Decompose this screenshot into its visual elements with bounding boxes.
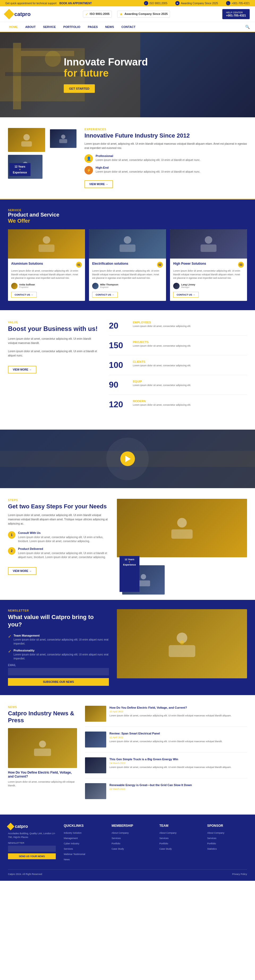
footer-link[interactable]: Management: [64, 837, 78, 840]
footer-link-item: Services: [207, 836, 247, 840]
service1-title: Aluminium Solutions: [11, 262, 43, 266]
steps-view-more-button[interactable]: VIEW MORE: [8, 567, 36, 575]
steps-section: STEPS Get two Easy Steps For your Needs …: [0, 488, 255, 600]
news-item-title-2: Review: Span Smart Electrical Panel: [109, 732, 247, 735]
nav-about[interactable]: ABOUT: [22, 22, 39, 32]
steps-title: Get two Easy Steps For your Needs: [8, 503, 109, 510]
service2-title: Electrification solutions: [92, 262, 128, 266]
footer-logo[interactable]: catpro: [8, 824, 56, 829]
footer-link[interactable]: Portfolio: [207, 842, 216, 845]
services-subtitle: We Offer: [8, 218, 30, 224]
service3-person-role: Manager: [181, 286, 195, 288]
footer-link[interactable]: Services: [64, 848, 73, 850]
footer-quicklinks-title: QUICKLINKS: [64, 824, 104, 827]
footer-link[interactable]: Statistics: [207, 848, 217, 850]
nav-contact[interactable]: CONTACT: [118, 22, 139, 32]
service-card-1: Aluminium Solutions 01 Lorem ipsum dolor…: [8, 229, 85, 301]
footer-link[interactable]: About Company: [112, 832, 129, 834]
footer-link[interactable]: Case Study: [159, 848, 172, 850]
footer-submit-button[interactable]: SEND US YOUR NEWS: [8, 853, 56, 859]
footer-link[interactable]: Services: [207, 837, 217, 840]
svg-rect-26: [169, 645, 195, 657]
service3-person: Lang Linney Manager: [173, 283, 244, 289]
footer-link[interactable]: Cyber Industry: [64, 842, 79, 845]
nl-email-input[interactable]: [8, 668, 109, 675]
footer-nl-label: NEWSLETTER: [8, 842, 56, 844]
steps-main-image: [117, 499, 247, 557]
book-btn[interactable]: BOOK AN APPOINTMENT: [60, 2, 92, 5]
stat-projects-desc: Lorem ipsum dolor sit amet, consectetur …: [133, 344, 191, 348]
news-right: How Do You Define Electric Field, Voltag…: [85, 706, 247, 804]
newsletter-right: [117, 609, 247, 686]
footer-link[interactable]: About Company: [207, 832, 225, 834]
badge-exp: Experience: [13, 171, 27, 174]
footer-link[interactable]: Webinar Testimonial: [64, 853, 85, 856]
news-item-date-4: 22 March 2022: [109, 788, 247, 790]
phone-number: +001-705-4321: [231, 2, 250, 5]
about-img-secondary: [50, 129, 76, 148]
hero-title-line2: for future: [64, 68, 109, 79]
stat-equip: 90 EQUIP Lorem ipsum dolor sit amet, con…: [109, 380, 247, 395]
stat-equip-desc: Lorem ipsum dolor sit amet, consectetur …: [133, 383, 191, 387]
footer-link[interactable]: Case Study: [112, 848, 124, 850]
footer-policy: Privacy Policy: [232, 873, 247, 875]
news-item-desc-3: Lorem ipsum dolor sit amet, consectetur …: [109, 765, 247, 769]
footer-link[interactable]: Portfolio: [159, 842, 168, 845]
nl-feature2-title: Professionality: [14, 649, 109, 652]
nav-service[interactable]: SERVICE: [39, 22, 60, 32]
service1-contact-button[interactable]: CONTACT US: [11, 292, 36, 298]
iso-icon: ✓: [85, 12, 89, 16]
step2-title: Product Delivered: [18, 547, 109, 550]
stats-view-more-button[interactable]: VIEW MORE: [8, 366, 36, 374]
search-icon[interactable]: 🔍: [245, 25, 250, 29]
svg-rect-9: [59, 139, 67, 143]
svg-rect-15: [120, 245, 135, 252]
hero-cta-button[interactable]: GET STARTED: [64, 84, 95, 93]
nav-portfolio[interactable]: PORTFOLIO: [60, 22, 84, 32]
service3-num: 03: [238, 262, 244, 267]
service3-contact-button[interactable]: CONTACT US: [173, 292, 199, 298]
service3-desc: Lorem ipsum dolor sit amet, consectetur …: [173, 269, 244, 280]
footer-membership-list: About Company Services Portfolio Case St…: [112, 831, 151, 850]
svg-point-16: [205, 236, 212, 244]
newsletter-feature-1: ✓ Team Management Lorem ipsum dolor sit …: [8, 634, 109, 646]
footer-link-item: Webinar Testimonial: [64, 852, 104, 856]
footer-link[interactable]: News: [64, 858, 70, 861]
footer-sponsor-title: SPONSOR: [207, 824, 247, 827]
cert-iso: ✓ ISO 9001:2005: [83, 11, 112, 18]
header-phone[interactable]: HELP CENTER +001-705-4321: [222, 9, 250, 19]
nav-home[interactable]: HOME: [5, 22, 22, 32]
steps-tag: STEPS: [8, 499, 109, 502]
about-experience-badge: 12 Years + Experience: [9, 163, 30, 176]
news-section: NEWS Catpro Industry News & Press How Do…: [0, 695, 255, 815]
footer-link[interactable]: About Company: [159, 832, 177, 834]
services-section: SERVICE Product and Service We Offer Alu…: [0, 199, 255, 310]
nl-subscribe-button[interactable]: SUBSCRIBE OUR NEWS: [8, 678, 109, 686]
steps-badge-years: 12 Years: [125, 558, 134, 561]
footer-link[interactable]: Portfolio: [112, 842, 120, 845]
about-images: 12 Years + Experience: [8, 128, 76, 179]
phone-number: +001-705-4321: [226, 14, 246, 17]
news-item-desc-2: Lorem ipsum dolor sit amet, consectetur …: [109, 740, 247, 743]
logo[interactable]: catpro: [5, 10, 30, 18]
nav-news[interactable]: NEWS: [101, 22, 118, 32]
about-view-more-button[interactable]: VIEW MORE: [84, 180, 113, 188]
cert2-icon: ★: [175, 1, 179, 5]
stat-projects-number: 150: [109, 340, 128, 350]
footer-link[interactable]: Industry Solution: [64, 832, 82, 834]
news-item-date-3: 24 March 2022: [109, 762, 247, 765]
footer-email-input[interactable]: [8, 846, 56, 852]
service2-contact-button[interactable]: CONTACT US: [92, 292, 118, 298]
footer-link[interactable]: Services: [159, 837, 169, 840]
news-item-title-4: Renewable Energy is Great—but the Grid C…: [109, 783, 247, 787]
service3-title: High Power Solutions: [173, 262, 206, 266]
play-button[interactable]: [120, 452, 135, 466]
footer-link[interactable]: Services: [112, 837, 121, 840]
footer-link-item: Cyber Industry: [64, 842, 104, 845]
news-item-4: Renewable Energy is Great—but the Grid C…: [85, 783, 247, 804]
nav-pages[interactable]: PAGES: [84, 22, 101, 32]
footer-sponsor: SPONSOR About Company Services Portfolio…: [207, 824, 247, 863]
stat-modern-desc: Lorem ipsum dolor sit amet, consectetur …: [133, 403, 191, 407]
service-card-2: Electrification solutions 02 Lorem ipsum…: [89, 229, 166, 301]
svg-rect-17: [201, 245, 217, 252]
